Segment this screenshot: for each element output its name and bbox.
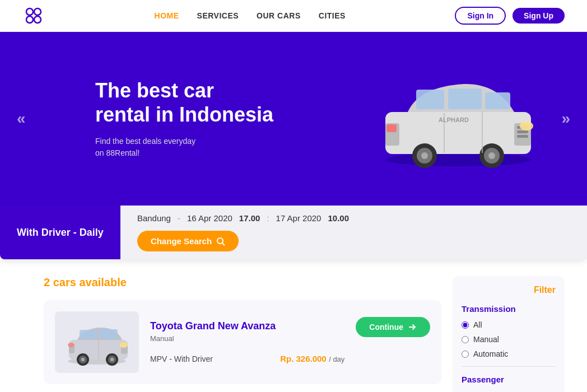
svg-text:ALPHARD: ALPHARD [439,116,469,123]
cars-section: 2 cars available [44,276,441,392]
filter-option-manual[interactable]: Manual [462,335,556,344]
svg-point-4 [385,153,531,166]
navbar: HOME SERVICES OUR CARS CITIES Sign In Si… [0,0,587,32]
hero-next-button[interactable]: » [561,110,570,128]
car-card-actions: Continue [356,317,430,367]
available-count: 2 cars available [44,276,441,289]
svg-point-33 [68,343,74,347]
search-tab: With Driver - Daily [0,206,120,259]
logo[interactable] [22,4,45,27]
svg-rect-11 [517,130,528,133]
filter-option-automatic[interactable]: Automatic [462,349,556,358]
svg-point-25 [217,238,223,244]
radio-manual-label: Manual [473,335,499,344]
hero-content: The best car rental in Indonesia Find th… [95,78,274,159]
nav-item-cities[interactable]: CITIES [319,11,346,21]
svg-rect-30 [99,329,118,339]
search-start-time: 17.00 [239,213,260,223]
filter-title: Filter [462,285,556,295]
svg-point-14 [520,122,533,130]
car-card: Toyota Grand New Avanza Manual MPV - Wit… [44,300,441,384]
car-type: MPV - With Driver [150,354,213,363]
passenger-filter-title: Passenger [462,375,556,384]
svg-rect-29 [80,330,96,339]
search-start-date: 16 Apr 2020 [187,213,232,223]
svg-rect-6 [416,90,444,109]
nav-item-home[interactable]: HOME [155,11,179,21]
search-time-sep: : [267,213,269,223]
car-image [55,311,139,373]
continue-button[interactable]: Continue [356,317,430,337]
arrow-right-icon [408,323,417,332]
svg-point-2 [26,16,33,23]
change-search-button[interactable]: Change Search [137,231,239,251]
radio-all-label: All [473,320,482,329]
search-details: Bandung - 16 Apr 2020 17.00 : 17 Apr 202… [120,206,587,259]
hero-section: « The best car rental in Indonesia Find … [0,32,587,206]
search-info: Bandung - 16 Apr 2020 17.00 : 17 Apr 202… [137,213,570,223]
hero-title: The best car rental in Indonesia [95,78,274,127]
radio-manual[interactable] [462,336,469,343]
search-sep1: - [178,213,180,223]
car-price: Rp. 326.000 [280,354,327,363]
svg-point-3 [34,16,41,23]
svg-point-18 [421,152,428,159]
search-city: Bandung [137,213,171,223]
nav-links: HOME SERVICES OUR CARS CITIES [155,11,346,21]
navbar-actions: Sign In Sign Up [455,7,565,25]
svg-line-26 [222,243,225,245]
filter-divider [462,366,556,367]
filter-panel: Filter Transmission All Manual Automatic… [453,276,565,392]
hero-subtitle: Find the best deals everyday on 88Rental… [95,136,274,159]
car-info: Toyota Grand New Avanza Manual MPV - Wit… [150,320,344,364]
search-end-date: 17 Apr 2020 [276,213,322,223]
signin-button[interactable]: Sign In [455,7,506,25]
car-price-unit: / day [329,355,344,363]
svg-point-37 [81,358,85,361]
main-content: 2 cars available [0,259,587,392]
svg-point-21 [488,152,495,159]
hero-car-image: ALPHARD [352,62,542,176]
svg-point-34 [120,342,128,348]
search-bar: With Driver - Daily Bandung - 16 Apr 202… [0,206,587,259]
hero-prev-button[interactable]: « [17,110,26,128]
svg-rect-12 [517,135,528,138]
search-end-time: 10.00 [328,213,349,223]
radio-all[interactable] [462,321,469,329]
svg-point-40 [110,358,114,361]
nav-item-our-cars[interactable]: OUR CARS [257,11,301,21]
car-transmission: Manual [150,334,344,343]
svg-point-0 [26,8,33,15]
filter-option-all[interactable]: All [462,320,556,329]
car-name: Toyota Grand New Avanza [150,320,344,332]
svg-rect-15 [386,124,397,132]
search-icon [216,237,225,246]
signup-button[interactable]: Sign Up [513,8,565,24]
radio-automatic[interactable] [462,351,469,358]
svg-point-1 [34,8,41,15]
radio-automatic-label: Automatic [473,349,508,358]
nav-item-services[interactable]: SERVICES [197,11,239,21]
transmission-filter-title: Transmission [462,304,556,314]
svg-rect-7 [448,88,482,109]
svg-rect-8 [485,92,510,109]
